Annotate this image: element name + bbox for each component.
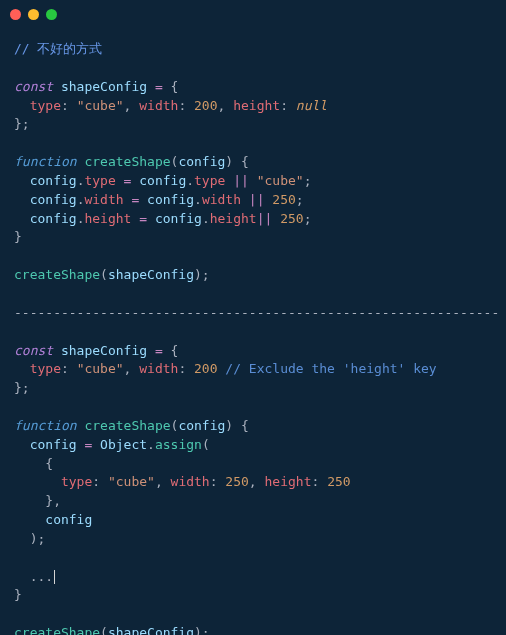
- function-name: createShape: [84, 154, 170, 169]
- property: width: [202, 192, 241, 207]
- keyword-function: function: [14, 418, 77, 433]
- identifier: config: [30, 437, 77, 452]
- string-literal: "cube": [108, 474, 155, 489]
- identifier: config: [30, 173, 77, 188]
- property-key: height: [265, 474, 312, 489]
- property-key: height: [233, 98, 280, 113]
- string-literal: "cube": [77, 361, 124, 376]
- brace: };: [14, 116, 30, 131]
- number-literal: 250: [272, 192, 295, 207]
- keyword-function: function: [14, 154, 77, 169]
- keyword-const: const: [14, 79, 53, 94]
- identifier: config: [147, 192, 194, 207]
- identifier: config: [30, 192, 77, 207]
- argument: shapeConfig: [108, 267, 194, 282]
- string-literal: "cube": [257, 173, 304, 188]
- keyword-const: const: [14, 343, 53, 358]
- operator: =: [155, 79, 163, 94]
- minimize-icon[interactable]: [28, 9, 39, 20]
- parameter: config: [178, 154, 225, 169]
- property-key: width: [139, 361, 178, 376]
- identifier: config: [30, 211, 77, 226]
- null-literal: null: [296, 98, 327, 113]
- text-cursor-icon: [54, 570, 55, 584]
- number-literal: 250: [280, 211, 303, 226]
- property: height: [210, 211, 257, 226]
- close-icon[interactable]: [10, 9, 21, 20]
- code-editor[interactable]: // 不好的方式 const shapeConfig = { type: "cu…: [0, 28, 506, 635]
- parameter: config: [178, 418, 225, 433]
- ellipsis: ...: [30, 569, 53, 584]
- property-key: type: [30, 98, 61, 113]
- property: type: [84, 173, 115, 188]
- identifier: shapeConfig: [61, 79, 147, 94]
- comment-line: // 不好的方式: [14, 41, 102, 56]
- property-key: type: [61, 474, 92, 489]
- property: height: [84, 211, 131, 226]
- number-literal: 250: [327, 474, 350, 489]
- maximize-icon[interactable]: [46, 9, 57, 20]
- object-global: Object: [100, 437, 147, 452]
- identifier: shapeConfig: [61, 343, 147, 358]
- property: width: [84, 192, 123, 207]
- number-literal: 200: [194, 98, 217, 113]
- operator-or: ||: [233, 173, 249, 188]
- property: type: [194, 173, 225, 188]
- method-name: assign: [155, 437, 202, 452]
- argument: shapeConfig: [108, 625, 194, 635]
- argument: config: [45, 512, 92, 527]
- brace: {: [171, 79, 179, 94]
- operator-or: ||: [249, 192, 265, 207]
- property-key: type: [30, 361, 61, 376]
- number-literal: 250: [225, 474, 248, 489]
- divider-line: ----------------------------------------…: [14, 305, 499, 320]
- function-name: createShape: [84, 418, 170, 433]
- function-call: createShape: [14, 625, 100, 635]
- operator-or: ||: [257, 211, 273, 226]
- property-key: width: [171, 474, 210, 489]
- number-literal: 200: [194, 361, 217, 376]
- property-key: width: [139, 98, 178, 113]
- string-literal: "cube": [77, 98, 124, 113]
- comment-inline: // Exclude the 'height' key: [225, 361, 436, 376]
- function-call: createShape: [14, 267, 100, 282]
- identifier: config: [139, 173, 186, 188]
- window-titlebar: [0, 0, 506, 28]
- identifier: config: [155, 211, 202, 226]
